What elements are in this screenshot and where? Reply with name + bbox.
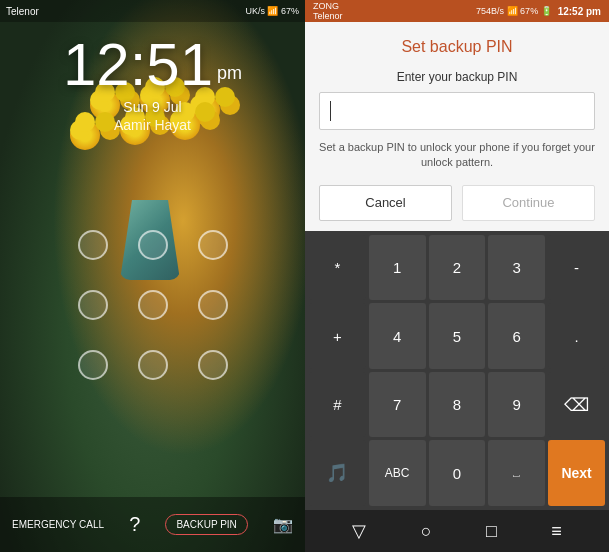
key-asterisk[interactable]: * <box>309 235 366 301</box>
key-7[interactable]: 7 <box>369 372 426 438</box>
carrier-zong: ZONG <box>313 1 343 11</box>
key-6[interactable]: 6 <box>488 303 545 369</box>
key-3[interactable]: 3 <box>488 235 545 301</box>
pattern-dot-9[interactable] <box>188 340 238 390</box>
question-button[interactable]: ? <box>129 513 140 536</box>
cancel-button[interactable]: Cancel <box>319 185 452 221</box>
carrier-group-right: ZONG Telenor <box>313 1 343 21</box>
dialog-buttons: Cancel Continue <box>319 185 595 221</box>
pattern-grid[interactable] <box>68 220 238 390</box>
pattern-dot-7[interactable] <box>68 340 118 390</box>
pattern-dot-8[interactable] <box>128 340 178 390</box>
user-name: Aamir Hayat <box>0 117 305 133</box>
next-button[interactable]: Next <box>548 440 605 506</box>
key-row-2: + 4 5 6 . <box>309 303 605 369</box>
key-space[interactable]: ⎵ <box>488 440 545 506</box>
right-panel: ZONG Telenor 754B/s 📶 67% 🔋 12:52 pm Set… <box>305 0 609 552</box>
lock-screen: Telenor UK/s 📶 67% 12:51pm Sun 9 Jul Aam… <box>0 0 305 552</box>
carrier-left: Telenor <box>6 6 39 17</box>
key-abc[interactable]: ABC <box>369 440 426 506</box>
status-right-group: 754B/s 📶 67% 🔋 12:52 pm <box>476 6 601 17</box>
continue-button[interactable]: Continue <box>462 185 595 221</box>
key-4[interactable]: 4 <box>369 303 426 369</box>
nav-home-button[interactable]: ○ <box>421 521 432 542</box>
status-icons-left: UK/s 📶 67% <box>245 6 299 16</box>
key-dot[interactable]: . <box>548 303 605 369</box>
key-8[interactable]: 8 <box>429 372 486 438</box>
pattern-dot-4[interactable] <box>68 280 118 330</box>
key-minus[interactable]: - <box>548 235 605 301</box>
key-0[interactable]: 0 <box>429 440 486 506</box>
status-time-right: 12:52 pm <box>558 6 601 17</box>
key-1[interactable]: 1 <box>369 235 426 301</box>
carrier-telenor: Telenor <box>313 11 343 21</box>
status-bar-left: Telenor UK/s 📶 67% <box>0 0 305 22</box>
dialog-label: Enter your backup PIN <box>319 70 595 84</box>
time-hour: 12:51pm <box>0 35 305 95</box>
key-row-4: 🎵 ABC 0 ⎵ Next <box>309 440 605 506</box>
nav-recents-button[interactable]: □ <box>486 521 497 542</box>
pin-input-field[interactable] <box>319 92 595 130</box>
key-row-1: * 1 2 3 - <box>309 235 605 301</box>
key-9[interactable]: 9 <box>488 372 545 438</box>
status-bar-right: ZONG Telenor 754B/s 📶 67% 🔋 12:52 pm <box>305 0 609 22</box>
status-icons-right: 754B/s 📶 67% 🔋 <box>476 6 552 16</box>
dialog-hint: Set a backup PIN to unlock your phone if… <box>319 140 595 171</box>
key-5[interactable]: 5 <box>429 303 486 369</box>
lock-bottom-bar: EMERGENCY CALL ? BACKUP PIN 📷 <box>0 497 305 552</box>
backup-pin-button[interactable]: BACKUP PIN <box>165 514 247 535</box>
pin-cursor <box>330 101 331 121</box>
pattern-dot-6[interactable] <box>188 280 238 330</box>
nav-back-button[interactable]: ▽ <box>352 520 366 542</box>
key-plus[interactable]: + <box>309 303 366 369</box>
nav-bar: ▽ ○ □ ≡ <box>305 510 609 552</box>
keyboard: * 1 2 3 - + 4 5 6 . # 7 8 9 ⌫ 🎵 ABC 0 ⎵ <box>305 231 609 510</box>
key-hash[interactable]: # <box>309 372 366 438</box>
pattern-dot-2[interactable] <box>128 220 178 270</box>
key-2[interactable]: 2 <box>429 235 486 301</box>
emergency-call-button[interactable]: EMERGENCY CALL <box>12 519 104 530</box>
dialog-area: Set backup PIN Enter your backup PIN Set… <box>305 22 609 231</box>
key-row-3: # 7 8 9 ⌫ <box>309 372 605 438</box>
pattern-dot-3[interactable] <box>188 220 238 270</box>
pattern-dot-5[interactable] <box>128 280 178 330</box>
pattern-dot-1[interactable] <box>68 220 118 270</box>
key-music[interactable]: 🎵 <box>309 440 366 506</box>
nav-menu-button[interactable]: ≡ <box>551 521 562 542</box>
key-backspace[interactable]: ⌫ <box>548 372 605 438</box>
dialog-title: Set backup PIN <box>319 38 595 56</box>
time-display: 12:51pm Sun 9 Jul Aamir Hayat <box>0 35 305 133</box>
camera-icon[interactable]: 📷 <box>273 515 293 534</box>
date-display: Sun 9 Jul <box>0 99 305 115</box>
